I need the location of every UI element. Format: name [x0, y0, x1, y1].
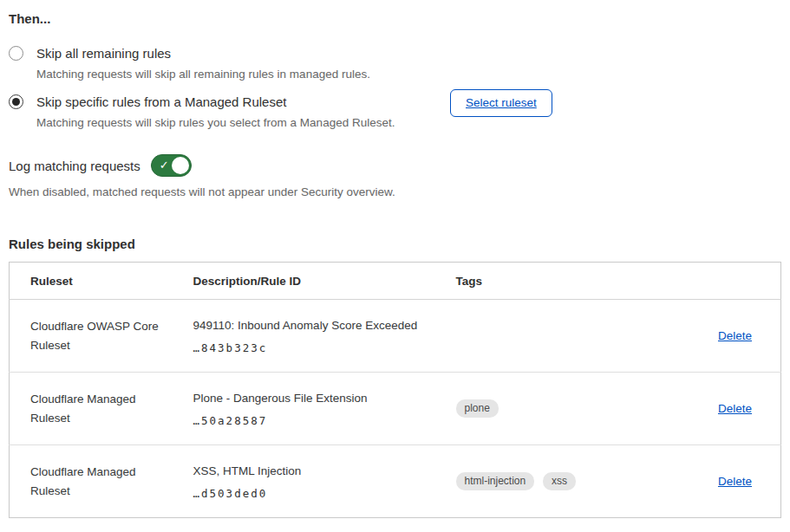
table-row: Cloudflare Managed Ruleset Plone - Dange…: [10, 373, 781, 445]
ruleset-name: Cloudflare Managed Ruleset: [10, 373, 173, 445]
rule-description: 949110: Inbound Anomaly Score Exceeded: [193, 318, 427, 333]
table-row: Cloudflare Managed Ruleset XSS, HTML Inj…: [10, 445, 781, 518]
log-matching-requests-description: When disabled, matched requests will not…: [9, 185, 780, 199]
option-skip-all-remaining: Skip all remaining rules Matching reques…: [9, 45, 780, 81]
select-ruleset-button-label: Select ruleset: [466, 96, 537, 109]
rule-description: XSS, HTML Injection: [193, 464, 427, 478]
rules-being-skipped-heading: Rules being skipped: [9, 237, 780, 251]
option-skip-specific-rules: Skip specific rules from a Managed Rules…: [9, 94, 780, 130]
rule-actions-cell: Delete: [652, 373, 781, 445]
rule-description-cell: 949110: Inbound Anomaly Score Exceeded ……: [173, 300, 435, 373]
option-desc-skip-all: Matching requests will skip all remainin…: [36, 67, 370, 81]
rule-description: Plone - Dangerous File Extension: [193, 391, 427, 405]
toggle-knob: [172, 157, 189, 174]
option-body: Skip specific rules from a Managed Rules…: [36, 94, 395, 130]
delete-rule-link[interactable]: Delete: [718, 329, 752, 342]
column-header-tags: Tags: [435, 263, 652, 300]
check-icon: ✓: [160, 159, 169, 172]
rule-description-cell: XSS, HTML Injection …d503ded0: [173, 445, 435, 518]
skipped-rules-table: Ruleset Description/Rule ID Tags Cloudfl…: [9, 262, 781, 518]
tag-badge: plone: [456, 399, 499, 418]
select-ruleset-button[interactable]: Select ruleset: [450, 89, 552, 117]
table-row: Cloudflare OWASP Core Ruleset 949110: In…: [10, 300, 781, 373]
rule-actions-cell: Delete: [652, 300, 781, 373]
option-label-skip-all[interactable]: Skip all remaining rules: [36, 45, 370, 62]
option-body: Skip all remaining rules Matching reques…: [36, 45, 370, 81]
radio-skip-all-remaining[interactable]: [9, 46, 23, 61]
tag-badge: xss: [543, 472, 576, 490]
option-label-skip-specific[interactable]: Skip specific rules from a Managed Rules…: [36, 94, 395, 110]
table-header-row: Ruleset Description/Rule ID Tags: [10, 263, 781, 300]
column-header-actions: [652, 263, 781, 300]
log-matching-requests-label: Log matching requests: [9, 159, 140, 173]
then-heading: Then...: [9, 10, 780, 27]
option-desc-skip-specific: Matching requests will skip rules you se…: [36, 115, 395, 130]
tag-badge: html-injection: [456, 472, 535, 490]
rule-tags-cell: [435, 300, 652, 373]
ruleset-name: Cloudflare Managed Ruleset: [10, 445, 173, 518]
log-matching-requests-toggle[interactable]: ✓: [151, 154, 192, 177]
rule-actions-cell: Delete: [652, 445, 781, 518]
column-header-ruleset: Ruleset: [10, 263, 173, 300]
ruleset-name: Cloudflare OWASP Core Ruleset: [10, 300, 173, 373]
log-matching-requests-row: Log matching requests ✓: [9, 154, 780, 177]
rule-tags-cell: html-injection xss: [435, 445, 652, 518]
rule-description-cell: Plone - Dangerous File Extension …50a285…: [173, 373, 435, 445]
column-header-description-rule-id: Description/Rule ID: [173, 263, 435, 300]
action-options-group: Skip all remaining rules Matching reques…: [9, 45, 780, 130]
radio-skip-specific-rules[interactable]: [9, 94, 23, 109]
delete-rule-link[interactable]: Delete: [718, 475, 752, 488]
delete-rule-link[interactable]: Delete: [718, 402, 752, 415]
rule-id: …50a28587: [193, 414, 427, 427]
rule-id: …d503ded0: [193, 487, 427, 500]
rule-tags-cell: plone: [435, 373, 652, 445]
rule-id: …843b323c: [193, 341, 427, 354]
waf-rule-action-panel: Then... Skip all remaining rules Matchin…: [0, 0, 790, 518]
